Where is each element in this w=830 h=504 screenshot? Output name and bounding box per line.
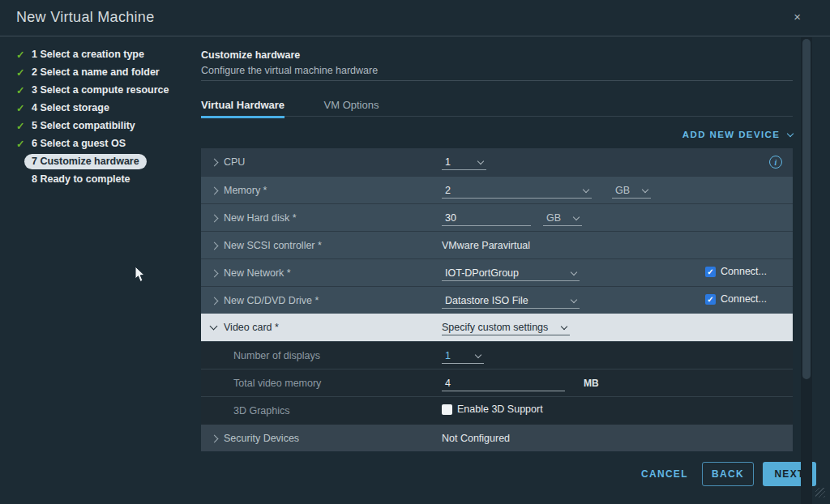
chevron-down-icon bbox=[571, 296, 577, 302]
step-select-name-folder[interactable]: ✓ 2 Select a name and folder bbox=[16, 63, 191, 81]
connect-label: Connect... bbox=[721, 266, 767, 277]
checkbox-checked-icon[interactable]: ✓ bbox=[705, 267, 716, 277]
row-security-devices[interactable]: Security Devices Not Configured bbox=[201, 424, 793, 451]
hard-disk-size-value: 30 bbox=[445, 212, 456, 224]
memory-size-value: 2 bbox=[445, 185, 451, 196]
step-ready-to-complete[interactable]: 8 Ready to complete bbox=[16, 170, 191, 188]
video-memory-input[interactable]: 4 bbox=[442, 375, 565, 391]
new-vm-dialog: { "dialog": { "title": "New Virtual Mach… bbox=[0, 0, 830, 504]
row-label-hard-disk: New Hard disk * bbox=[224, 212, 297, 224]
row-cddvd-drive[interactable]: New CD/DVD Drive * Datastore ISO File ✓ … bbox=[201, 286, 793, 314]
chevron-down-icon bbox=[477, 157, 484, 164]
add-new-device-button[interactable]: ADD NEW DEVICE bbox=[201, 130, 793, 139]
back-button[interactable]: BACK bbox=[702, 462, 754, 486]
chevron-down-icon[interactable] bbox=[210, 322, 218, 331]
network-select[interactable]: IOT-DPortGroup bbox=[442, 265, 580, 281]
check-icon: ✓ bbox=[16, 138, 29, 150]
check-icon: ✓ bbox=[16, 84, 29, 96]
row-label-network: New Network * bbox=[224, 267, 291, 279]
tab-vm-options[interactable]: VM Options bbox=[324, 99, 379, 116]
video-card-settings-value: Specify custom settings bbox=[442, 322, 548, 333]
step-select-compute-resource[interactable]: ✓ 3 Select a compute resource bbox=[16, 81, 191, 99]
row-scsi-controller[interactable]: New SCSI controller * VMware Paravirtual bbox=[201, 231, 793, 258]
video-memory-unit: MB bbox=[584, 378, 599, 389]
chevron-down-icon bbox=[787, 130, 794, 137]
video-memory-value: 4 bbox=[445, 378, 451, 389]
chevron-down-icon bbox=[573, 213, 580, 220]
header-divider bbox=[201, 80, 793, 81]
hard-disk-unit-select[interactable]: GB bbox=[543, 210, 582, 226]
cpu-count-select[interactable]: 1 bbox=[442, 154, 486, 170]
step-label: 8 Ready to complete bbox=[32, 173, 130, 185]
row-label-cddvd: New CD/DVD Drive * bbox=[224, 295, 319, 306]
chevron-right-icon[interactable] bbox=[211, 297, 219, 305]
step-customize-hardware-active[interactable]: 7 Customize hardware bbox=[16, 152, 191, 170]
row-label-video-card: Video card * bbox=[224, 322, 279, 333]
memory-unit-select[interactable]: GB bbox=[612, 182, 651, 199]
row-label-displays: Number of displays bbox=[233, 350, 320, 361]
info-icon[interactable]: i bbox=[769, 156, 782, 169]
chevron-right-icon[interactable] bbox=[211, 159, 219, 167]
chevron-down-icon bbox=[561, 322, 567, 329]
chevron-right-icon[interactable] bbox=[211, 435, 219, 443]
close-icon[interactable]: × bbox=[794, 11, 801, 23]
hardware-table: CPU 1 i Memory * 2 GB New Hard disk * 30… bbox=[201, 148, 793, 451]
row-memory[interactable]: Memory * 2 GB bbox=[201, 176, 793, 203]
checkbox-checked-icon[interactable]: ✓ bbox=[705, 294, 716, 305]
row-number-of-displays: Number of displays 1 bbox=[201, 341, 793, 369]
memory-unit-value: GB bbox=[615, 185, 630, 196]
row-network[interactable]: New Network * IOT-DPortGroup ✓ Connect..… bbox=[201, 258, 793, 286]
chevron-right-icon[interactable] bbox=[211, 270, 219, 278]
step-select-guest-os[interactable]: ✓ 6 Select a guest OS bbox=[16, 135, 191, 152]
cddvd-source-select[interactable]: Datastore ISO File bbox=[442, 293, 580, 309]
scrollbar-thumb[interactable] bbox=[802, 39, 811, 379]
row-video-card[interactable]: Video card * Specify custom settings bbox=[201, 314, 793, 341]
check-icon: ✓ bbox=[16, 120, 29, 132]
dialog-title: New Virtual Machine bbox=[16, 9, 154, 26]
scsi-controller-value: VMware Paravirtual bbox=[442, 240, 530, 251]
row-hard-disk[interactable]: New Hard disk * 30 GB bbox=[201, 203, 793, 231]
hardware-tabs: Virtual Hardware VM Options bbox=[201, 97, 793, 117]
chevron-right-icon[interactable] bbox=[211, 187, 219, 195]
displays-count-select[interactable]: 1 bbox=[442, 348, 484, 364]
displays-count-value: 1 bbox=[445, 350, 451, 361]
hard-disk-size-input[interactable]: 30 bbox=[442, 210, 531, 226]
step-label: 3 Select a compute resource bbox=[32, 84, 169, 96]
checkbox-unchecked-icon[interactable] bbox=[442, 404, 452, 415]
security-devices-value: Not Configured bbox=[442, 433, 510, 444]
chevron-right-icon[interactable] bbox=[211, 215, 219, 223]
chevron-down-icon bbox=[642, 186, 648, 192]
chevron-down-icon bbox=[571, 268, 577, 275]
video-card-settings-select[interactable]: Specify custom settings bbox=[442, 319, 570, 335]
row-label-cpu: CPU bbox=[224, 156, 245, 168]
cddvd-source-value: Datastore ISO File bbox=[445, 295, 528, 306]
chevron-down-icon bbox=[475, 351, 481, 357]
hard-disk-unit-value: GB bbox=[546, 212, 561, 224]
enable-3d-support-label: Enable 3D Support bbox=[457, 404, 543, 415]
step-select-storage[interactable]: ✓ 4 Select storage bbox=[16, 99, 191, 117]
step-label: 4 Select storage bbox=[32, 102, 109, 113]
check-icon: ✓ bbox=[16, 66, 29, 79]
check-icon: ✓ bbox=[16, 49, 29, 61]
step-label: 1 Select a creation type bbox=[32, 49, 144, 60]
cddvd-connect-checkbox[interactable]: ✓ Connect... bbox=[705, 293, 767, 305]
step-select-creation-type[interactable]: ✓ 1 Select a creation type bbox=[16, 45, 191, 63]
add-new-device-label: ADD NEW DEVICE bbox=[682, 130, 781, 139]
memory-size-select[interactable]: 2 bbox=[442, 182, 592, 199]
check-icon: ✓ bbox=[16, 102, 29, 114]
row-label-3d-graphics: 3D Graphics bbox=[233, 405, 289, 416]
row-label-security: Security Devices bbox=[224, 433, 299, 444]
row-label-video-memory: Total video memory bbox=[233, 378, 321, 389]
chevron-right-icon[interactable] bbox=[211, 242, 219, 250]
row-cpu[interactable]: CPU 1 i bbox=[201, 148, 793, 176]
tab-virtual-hardware[interactable]: Virtual Hardware bbox=[201, 99, 285, 118]
enable-3d-support-checkbox[interactable]: Enable 3D Support bbox=[442, 404, 543, 415]
active-step-pill: 7 Customize hardware bbox=[24, 154, 147, 169]
network-connect-checkbox[interactable]: ✓ Connect... bbox=[705, 266, 767, 277]
resize-handle[interactable] bbox=[815, 488, 825, 498]
step-select-compatibility[interactable]: ✓ 5 Select compatibility bbox=[16, 117, 191, 135]
cancel-button[interactable]: CANCEL bbox=[641, 468, 688, 480]
row-3d-graphics: 3D Graphics Enable 3D Support bbox=[201, 396, 793, 424]
mouse-cursor bbox=[135, 266, 146, 283]
wizard-steps: ✓ 1 Select a creation type ✓ 2 Select a … bbox=[16, 45, 191, 188]
